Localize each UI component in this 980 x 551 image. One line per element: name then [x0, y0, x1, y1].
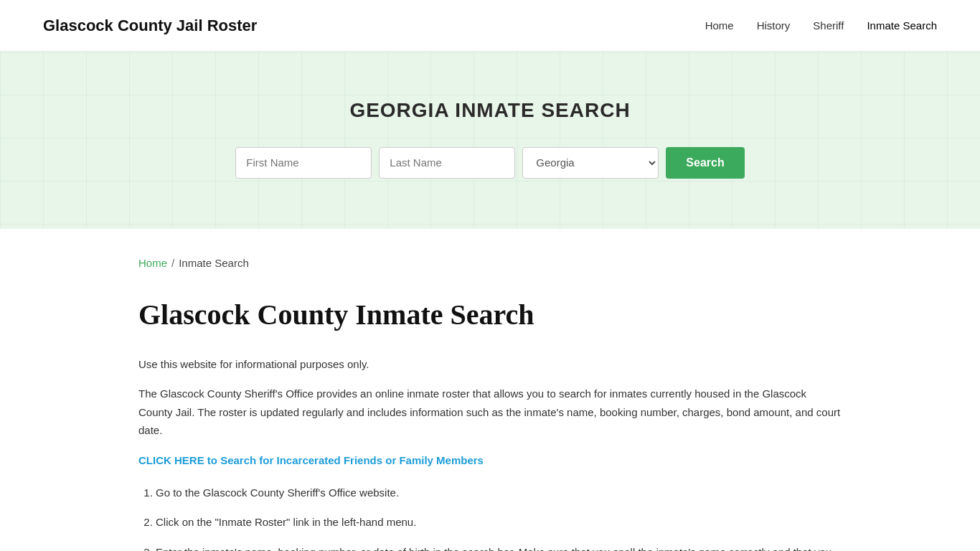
list-item: Click on the "Inmate Roster" link in the… — [156, 513, 842, 532]
hero-section: GEORGIA INMATE SEARCH Georgia Alabama Fl… — [0, 52, 980, 229]
main-nav: Home History Sheriff Inmate Search — [705, 17, 937, 34]
click-here-link[interactable]: CLICK HERE to Search for Incarcerated Fr… — [138, 452, 484, 469]
nav-home[interactable]: Home — [705, 17, 734, 34]
description-paragraph: The Glascock County Sheriff's Office pro… — [138, 385, 842, 440]
list-item: Go to the Glascock County Sheriff's Offi… — [156, 484, 842, 502]
first-name-input[interactable] — [235, 147, 372, 179]
instructions-list: Go to the Glascock County Sheriff's Offi… — [138, 484, 842, 551]
nav-history[interactable]: History — [757, 17, 791, 34]
site-title[interactable]: Glascock County Jail Roster — [43, 13, 257, 38]
last-name-input[interactable] — [379, 147, 515, 179]
search-button[interactable]: Search — [666, 147, 744, 179]
page-heading: Glascock County Inmate Search — [138, 292, 842, 338]
breadcrumb-separator: / — [171, 255, 174, 272]
breadcrumb: Home / Inmate Search — [138, 255, 842, 272]
breadcrumb-current: Inmate Search — [179, 255, 249, 272]
site-header: Glascock County Jail Roster Home History… — [0, 0, 980, 52]
nav-sheriff[interactable]: Sheriff — [813, 17, 844, 34]
breadcrumb-home-link[interactable]: Home — [138, 255, 167, 272]
nav-inmate-search[interactable]: Inmate Search — [867, 17, 937, 34]
state-select[interactable]: Georgia Alabama Florida — [522, 147, 659, 179]
inmate-search-form: Georgia Alabama Florida Search — [14, 147, 966, 179]
intro-paragraph: Use this website for informational purpo… — [138, 355, 842, 374]
list-item: Enter the inmate's name, booking number,… — [156, 543, 842, 551]
hero-title: GEORGIA INMATE SEARCH — [14, 95, 966, 127]
main-content: Home / Inmate Search Glascock County Inm… — [95, 229, 885, 551]
